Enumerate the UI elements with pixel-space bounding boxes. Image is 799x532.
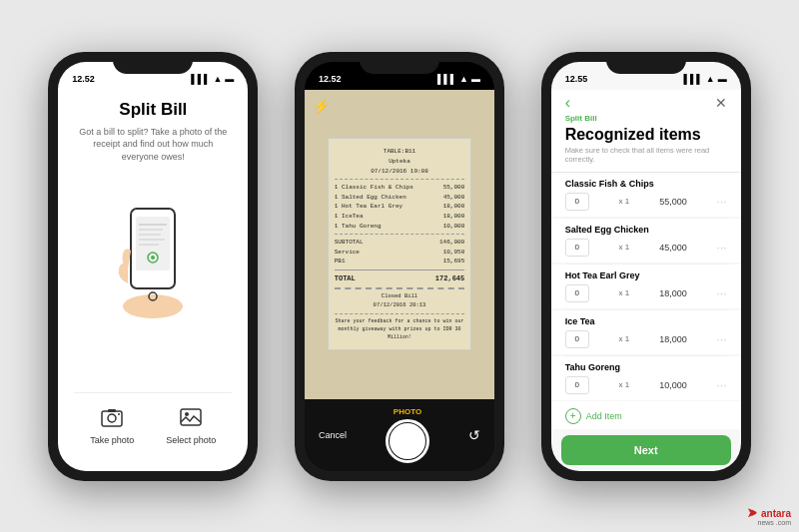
photo-mode-label: PHOTO: [394, 407, 421, 416]
scene: 12.52 ▌▌▌ ▲ ▬ Split Bill Got a bill to s…: [0, 0, 799, 532]
split-bill-title: Split Bill: [119, 100, 187, 120]
status-icons-3: ▌▌▌ ▲ ▬: [684, 74, 727, 84]
list-item: Tahu Goreng 0 x 1 10,000 ···: [551, 356, 741, 400]
shutter-inner: [390, 423, 425, 459]
take-photo-btn[interactable]: Take photo: [90, 403, 134, 445]
split-bill-subtitle: Got a bill to split? Take a photo of the…: [74, 126, 232, 164]
item-mult-5: x 1: [619, 380, 630, 389]
item-more-1[interactable]: ···: [717, 195, 727, 209]
item-qty-1[interactable]: 0: [565, 193, 589, 211]
svg-point-14: [118, 413, 120, 415]
phone-split-bill: 12.52 ▌▌▌ ▲ ▬ Split Bill Got a bill to s…: [48, 52, 258, 481]
signal-icon-3: ▌▌▌: [684, 74, 703, 84]
item-name-3: Hot Tea Earl Grey: [565, 270, 727, 280]
status-icons-2: ▌▌▌ ▲ ▬: [437, 74, 480, 84]
back-button[interactable]: ‹: [565, 94, 570, 112]
watermark-domain: news .com: [758, 519, 791, 526]
item-more-3[interactable]: ···: [717, 286, 727, 300]
phone-recognized-items: 12.55 ▌▌▌ ▲ ▬ ‹ ✕ Split Bill Recognized …: [541, 52, 751, 481]
select-photo-btn[interactable]: Select photo: [166, 403, 216, 445]
wifi-icon: ▲: [213, 74, 222, 84]
list-item: Ice Tea 0 x 1 18,000 ···: [551, 310, 741, 354]
watermark-brand: ⮞ antara: [748, 508, 791, 519]
item-price-4: 18,000: [659, 334, 687, 344]
items-list: Classic Fish & Chips 0 x 1 55,000 ··· Sa…: [551, 173, 741, 429]
battery-icon: ▬: [225, 74, 234, 84]
item-mult-1: x 1: [619, 197, 630, 206]
item-price-3: 18,000: [659, 288, 687, 298]
item-qty-2[interactable]: 0: [565, 239, 589, 257]
receipt-photo: TABLE:B11 Upteka 07/12/2016 19:08 1 Clas…: [305, 90, 494, 399]
phone3-screen: ‹ ✕ Split Bill Recognized items Make sur…: [551, 90, 741, 471]
svg-point-12: [108, 414, 116, 422]
item-qty-3[interactable]: 0: [565, 284, 589, 302]
flash-icon: ⚡: [313, 98, 330, 114]
item-price-5: 10,000: [659, 380, 687, 390]
watermark: ⮞ antara news .com: [748, 508, 791, 526]
battery-icon-3: ▬: [718, 74, 727, 84]
svg-rect-15: [181, 409, 201, 425]
camera-controls: Cancel PHOTO ↺: [305, 399, 494, 471]
list-item: Hot Tea Earl Grey 0 x 1 18,000 ···: [551, 265, 741, 308]
signal-icon-2: ▌▌▌: [437, 74, 456, 84]
wifi-icon-2: ▲: [459, 74, 468, 84]
status-icons-1: ▌▌▌ ▲ ▬: [191, 74, 234, 84]
item-name-2: Salted Egg Chicken: [565, 225, 727, 235]
cancel-button[interactable]: Cancel: [319, 430, 347, 440]
item-name-4: Ice Tea: [565, 316, 727, 326]
status-time-2: 12.52: [319, 74, 342, 84]
item-mult-3: x 1: [619, 288, 630, 297]
item-qty-4[interactable]: 0: [565, 330, 589, 348]
item-name-1: Classic Fish & Chips: [565, 179, 727, 189]
add-item-label: Add Item: [586, 411, 622, 421]
select-photo-label: Select photo: [166, 435, 216, 445]
status-time-3: 12.55: [565, 74, 588, 84]
bottom-actions: Take photo Select photo: [74, 392, 232, 455]
next-button[interactable]: Next: [561, 435, 731, 465]
item-mult-2: x 1: [619, 243, 630, 252]
battery-icon-2: ▬: [471, 74, 480, 84]
header-nav: ‹ ✕: [565, 94, 727, 112]
svg-point-16: [185, 412, 189, 416]
gallery-icon: [177, 403, 205, 431]
list-item: Classic Fish & Chips 0 x 1 55,000 ···: [551, 173, 741, 217]
list-item: Salted Egg Chicken 0 x 1 45,000 ···: [551, 219, 741, 263]
add-item-row[interactable]: + Add Item: [551, 401, 741, 429]
phone-illustration: [103, 189, 203, 308]
page-subtitle: Make sure to check that all items were r…: [565, 146, 727, 164]
item-price-1: 55,000: [659, 197, 687, 207]
item-more-2[interactable]: ···: [717, 241, 727, 255]
camera-viewfinder: ⚡ TABLE:B11 Upteka 07/12/2016 19:08 1 Cl…: [305, 90, 494, 399]
notch-3: [606, 52, 686, 74]
notch: [113, 52, 193, 74]
page-title: Recognized items: [565, 125, 727, 144]
item-price-2: 45,000: [659, 243, 687, 253]
recognized-items-header: ‹ ✕ Split Bill Recognized items Make sur…: [551, 90, 741, 173]
receipt-content: TABLE:B11 Upteka 07/12/2016 19:08 1 Clas…: [328, 138, 472, 349]
camera-icon: [98, 403, 126, 431]
svg-point-10: [151, 256, 155, 260]
shutter-button[interactable]: [386, 419, 429, 463]
rotate-camera-icon[interactable]: ↺: [468, 427, 480, 443]
status-time-1: 12.52: [72, 74, 95, 84]
header-tag: Split Bill: [565, 114, 727, 123]
svg-rect-13: [108, 409, 116, 412]
phone-camera: 12.52 ▌▌▌ ▲ ▬ ⚡ TABLE:B11 Upteka 07/12/2…: [295, 52, 504, 481]
item-qty-5[interactable]: 0: [565, 376, 589, 394]
item-name-5: Tahu Goreng: [565, 362, 727, 372]
item-more-4[interactable]: ···: [717, 332, 727, 346]
svg-point-0: [123, 294, 183, 318]
item-mult-4: x 1: [619, 334, 630, 343]
notch-2: [360, 52, 439, 74]
close-button[interactable]: ✕: [715, 95, 727, 111]
wifi-icon-3: ▲: [706, 74, 715, 84]
item-more-5[interactable]: ···: [717, 378, 727, 392]
add-icon: +: [565, 408, 581, 424]
take-photo-label: Take photo: [90, 435, 134, 445]
signal-icon: ▌▌▌: [191, 74, 210, 84]
